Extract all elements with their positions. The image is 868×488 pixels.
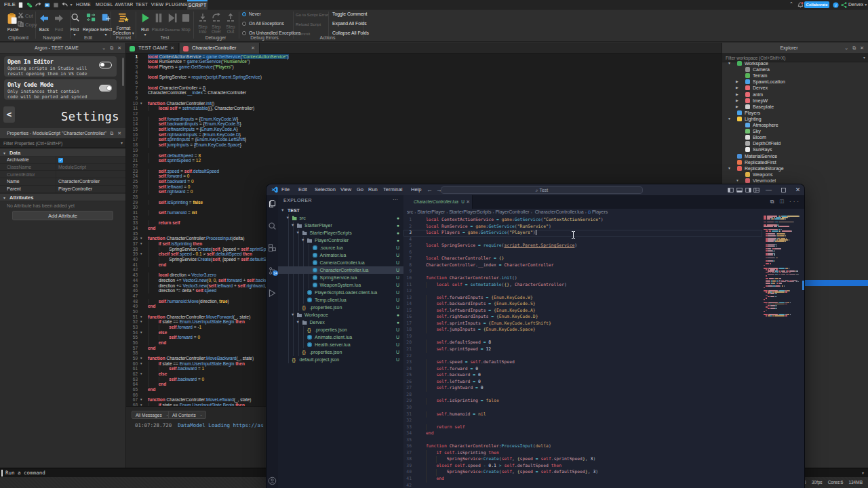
code-line-16[interactable]: 16self.rightwardInputs = {Enum.KeyCode.D… [403,314,762,321]
argon-scrollbar[interactable] [122,58,124,86]
code-line-1[interactable]: 1local ContextActionService = game:GetSe… [126,54,722,60]
vscode-tree-item-.properties.json[interactable]: {}.properties.jsonU [278,304,403,311]
quickbar-caret-icon[interactable]: ▾ [68,0,75,9]
code-line-34[interactable]: 34end [403,430,762,437]
property-row-parent[interactable]: ParentPlayerController [0,186,125,193]
expanded-arrow-icon[interactable]: ▼ [728,60,731,66]
vscode-tree-item-.properties.json[interactable]: {}.properties.jsonU [278,326,403,333]
vscode-menu-run[interactable]: Run [368,184,378,195]
vscode-menu-terminal[interactable]: Terminal [383,184,402,195]
vscode-tree-item-.source.lua[interactable]: .source.luaU [278,244,403,251]
code-line-8[interactable]: 8CharacterController.__index = Character… [126,90,722,96]
explorer-item-baseplate[interactable]: ▶Baseplate [722,104,868,110]
explorer-item-sunrays[interactable]: SunRays [722,146,868,152]
close-tab-icon[interactable]: ✕ [466,195,470,209]
minimize-icon[interactable]: — [766,187,772,193]
property-row-classname[interactable]: ClassNameModuleScript [0,164,125,171]
select-caret-icon[interactable]: ▾ [104,32,106,37]
collaborate-button[interactable]: Collaborate [804,1,829,8]
run-caret-icon[interactable]: ▾ [144,32,146,37]
vscode-code-area[interactable]: 1local ContextActionService = game:GetSe… [403,216,804,488]
expanded-arrow-icon[interactable]: ▼ [728,116,731,122]
stop-tool-icon[interactable] [53,2,59,8]
code-line-13[interactable]: 13self.forwardInputs = {Enum.KeyCode.W} [403,295,762,302]
code-line-2[interactable]: 2local RunService = game:GetService("Run… [403,224,762,230]
explorer-item-players[interactable]: Players [722,110,868,116]
share-icon[interactable] [841,2,847,8]
vscode-tree-item-src[interactable]: ▼src● [278,214,403,222]
close-window-icon[interactable]: ✕ [795,187,801,193]
explorer-item-depthoffield[interactable]: DepthOfField [722,140,868,146]
command-bar-caret-icon[interactable]: ▾ [862,468,864,478]
code-line-1[interactable]: 1local ContextActionService = game:GetSe… [403,217,762,224]
code-line-10[interactable]: 10function CharacterController.init() [403,275,762,282]
property-row-archivable[interactable]: Archivable✓ [0,157,125,164]
customize-layout-icon[interactable] [753,187,760,193]
code-line-19[interactable]: 19 [126,148,722,153]
vscode-tree-item-charactercontroller.lua[interactable]: CharacterController.luaU [278,266,403,274]
code-line-24[interactable]: 24self.forward = 0 [126,174,722,179]
code-line-40[interactable]: 40SpringService:Create(self, {speed = se… [403,469,762,476]
file-menu-button[interactable]: FILE [0,0,20,9]
code-line-22[interactable]: 22 [126,163,722,169]
vscode-editor-actions[interactable]: ⧉ ◫ ··· [770,195,801,209]
code-line-18[interactable]: 18self.jumpInputs = {Enum.KeyCode.Space} [403,327,762,333]
code-line-18[interactable]: 18self.jumpInputs = {Enum.KeyCode.Space} [126,142,722,148]
code-line-27[interactable]: 27self.rightward = 0 [403,385,762,392]
property-row-name[interactable]: NameCharacterController [0,178,125,186]
pause-button[interactable]: Pause [152,27,164,32]
expanded-arrow-icon[interactable]: ▼ [736,178,739,184]
stop-button[interactable]: Stop [181,27,190,32]
toggle-sidebar-icon[interactable] [728,187,734,193]
chevron-down-icon[interactable]: ▼ [291,311,294,319]
code-line-12[interactable]: 12 [126,111,722,117]
code-line-14[interactable]: 14self.backwardInputs = {Enum.KeyCode.S} [403,301,762,308]
back-button[interactable]: Back [39,27,49,32]
account-icon[interactable] [268,476,277,485]
explorer-item-sky[interactable]: Sky [722,128,868,134]
notifications-bell-icon[interactable] [797,2,804,8]
vscode-breadcrumbs[interactable]: src›StarterPlayer›StarterPlayerScripts›P… [407,209,608,216]
run-debug-icon[interactable] [268,289,277,298]
explorer-item-terrain[interactable]: Terrain [722,73,868,79]
code-line-31[interactable]: 31self.humanoid = nil [403,411,762,418]
explorer-item-camera[interactable]: Camera [722,66,868,73]
vscode-menu-file[interactable]: File [281,184,290,195]
vscode-tree-item-.properties.json[interactable]: {}.properties.jsonU [278,348,403,356]
vscode-tree-item-default.project.json[interactable]: {}default.project.jsonU [278,356,403,363]
explorer-item-lighting[interactable]: ▼Lighting [722,116,868,122]
code-line-38[interactable]: 38SpringService:Create(self, {speed = se… [403,456,762,463]
explorer-close-icon[interactable]: ✕ [860,45,865,50]
vscode-minimap[interactable] [764,216,802,351]
code-line-5[interactable]: 5local SpringService = require(script.Pa… [403,243,762,249]
chevron-down-icon[interactable]: ▼ [291,222,294,229]
chevron-down-icon[interactable]: ▼ [286,214,290,222]
vscode-tree-item-test[interactable]: ▼TEST [278,207,403,214]
toggle-comment-button[interactable]: Toggle Comment [332,12,367,16]
property-row-currenteditor[interactable]: CurrentEditor [0,171,125,179]
code-line-30[interactable]: 30 [403,405,762,411]
vscode-tree-item-dervex[interactable]: ▼Dervex● [278,319,403,326]
properties-filter-input[interactable]: Filter Properties (Ctrl+Shift+P)▾ [0,139,125,148]
explorer-item-viewmodel[interactable]: ▼Viewmodel [722,178,868,184]
radio-on-unhandled-exceptions[interactable]: On Unhandled Exceptions [242,30,301,35]
breadcrumb-item[interactable]: PlayerController [495,209,529,214]
code-line-8[interactable]: 8CharacterController.__index = Character… [403,262,762,269]
argon-back-button[interactable]: < [3,106,15,123]
explorer-item-anim[interactable]: ▶anim [722,92,868,98]
expanded-arrow-icon[interactable]: ▼ [728,165,731,171]
explorer-item-atmosphere[interactable]: Atmosphere [722,122,868,128]
reload-script-button[interactable]: Reload Script [296,22,321,26]
cut-button[interactable]: Cut [25,13,33,19]
select-button[interactable]: Select [100,27,112,32]
code-line-5[interactable]: 5local SpringService = require(script.Pa… [126,75,722,80]
code-line-21[interactable]: 21self.sprintSpeed = 12 [126,158,722,163]
code-line-17[interactable]: 17self.sprintInputs = {Enum.KeyCode.Left… [126,137,722,142]
chevron-down-icon[interactable]: ▼ [281,207,284,214]
files-icon[interactable] [268,199,277,208]
code-line-32[interactable]: 32 [403,418,762,424]
close-tab-icon[interactable]: ✕ [251,43,255,54]
run-button[interactable]: Run [141,27,149,32]
explorer-item-dervex[interactable]: ▶Dervex [722,85,868,91]
code-line-16[interactable]: 16self.rightwardInputs = {Enum.KeyCode.D… [126,132,722,138]
